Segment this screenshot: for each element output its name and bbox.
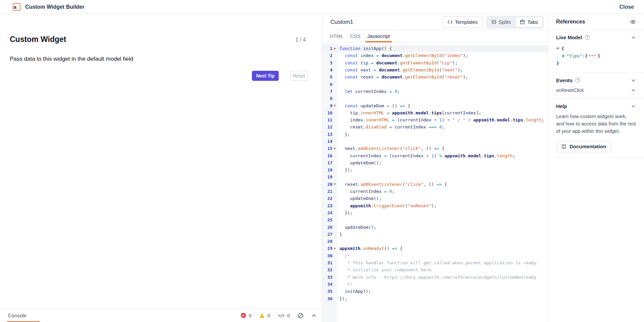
code-line[interactable]: 25 (322, 216, 548, 223)
code-line[interactable]: 23 appsmith.triggerEvent("onReset"); (322, 202, 548, 209)
events-collapse-button[interactable] (631, 78, 636, 83)
live-model-section: Live Model ? { "tips" : (548, 30, 644, 73)
code-text: }); (337, 210, 353, 215)
error-count: 0 (249, 313, 252, 318)
tab-css[interactable]: CSS (347, 33, 364, 42)
code-text: updateDom(); (337, 225, 376, 230)
code-line[interactable]: 31 * This handler function will get call… (322, 259, 548, 266)
code-line[interactable]: 34 */ (322, 281, 548, 288)
line-number: 29 (322, 246, 332, 251)
code-line[interactable]: 18 }); (322, 166, 548, 173)
code-text: }); (337, 167, 353, 172)
error-count-filter[interactable] (241, 313, 246, 318)
code-line[interactable]: 5 const reset = document.getElementById(… (322, 73, 548, 80)
console-tab[interactable]: Console (8, 309, 26, 322)
code-line[interactable]: 3 const tip = document.getElementById("t… (322, 59, 548, 66)
javascript-code-editor[interactable]: 1▾function initApp() {2 const index = do… (322, 43, 548, 322)
code-line[interactable]: 35 initApp(); (322, 288, 548, 295)
logo-letter: a (14, 4, 16, 9)
code-line[interactable]: 8 (322, 95, 548, 102)
code-line[interactable]: 24 }); (322, 209, 548, 216)
fold-arrow-icon[interactable]: ▾ (332, 47, 337, 50)
code-line[interactable]: 22 updateDom(); (322, 195, 548, 202)
widget-preview-panel: Custom Widget 1 / 4 Pass data to this wi… (0, 14, 322, 322)
collapse-arrow-icon[interactable] (556, 48, 559, 50)
code-text: const index = document.getElementById("i… (337, 53, 468, 58)
code-line[interactable]: 26 updateDom(); (322, 223, 548, 230)
events-title: Events (556, 77, 573, 83)
widget-name: Custom1 (330, 19, 353, 25)
code-line[interactable]: 21 currentIndex = 0; (322, 188, 548, 195)
logs-filter[interactable]: </> (278, 313, 284, 318)
tip-text: Pass data to this widget in the default … (10, 56, 133, 62)
code-line[interactable]: 29▾appsmith.onReady(() => { (322, 245, 548, 252)
line-number: 12 (322, 124, 332, 129)
code-line[interactable]: 13 }; (322, 131, 548, 138)
line-number: 32 (322, 267, 332, 272)
live-model-help-icon[interactable]: ? (585, 35, 590, 40)
code-line[interactable]: 15▾ next.addEventListener("click", () =>… (322, 145, 548, 152)
close-button[interactable]: Close (619, 4, 634, 10)
reset-button[interactable]: Reset (290, 71, 308, 81)
help-collapse-button[interactable] (631, 104, 636, 109)
code-text: currentIndex = 0; (337, 189, 394, 194)
warning-count-filter[interactable] (259, 313, 265, 318)
code-line[interactable]: 16 currentIndex = (currentIndex + 1) % a… (322, 152, 548, 159)
fold-arrow-icon[interactable]: ▾ (332, 147, 337, 150)
events-help-icon[interactable]: ? (575, 78, 580, 83)
code-line[interactable]: 17 updateDom(); (322, 159, 548, 166)
code-line[interactable]: 27} (322, 231, 548, 238)
code-line[interactable]: 14 (322, 138, 548, 145)
expand-console-button[interactable] (311, 313, 317, 318)
layout-tabs-option[interactable]: Tabs (515, 17, 543, 28)
line-number: 3 (322, 60, 332, 65)
layout-splits-option[interactable]: Splits (487, 17, 516, 28)
code-line[interactable]: 1▾function initApp() { (322, 45, 548, 52)
tab-javascript[interactable]: Javascript (364, 33, 393, 42)
json-root-row[interactable]: { (556, 45, 636, 52)
code-line[interactable]: 19 (322, 173, 548, 180)
colon: : (582, 52, 585, 60)
error-icon (241, 313, 246, 318)
event-collapse-button[interactable] (631, 88, 636, 93)
templates-button[interactable]: Templates (443, 16, 482, 28)
next-tip-button[interactable]: Next Tip (252, 71, 279, 81)
line-number: 1 (322, 46, 332, 51)
line-number: 22 (322, 196, 332, 201)
layout-toggle: Splits Tabs (486, 16, 544, 29)
code-line[interactable]: 28 (322, 238, 548, 245)
fold-arrow-icon[interactable]: ▾ (332, 104, 337, 107)
log-count: 0 (287, 313, 290, 318)
clear-console-button[interactable] (298, 313, 304, 319)
code-line[interactable]: 11 index.innerHTML = (currentIndex + 1) … (322, 116, 548, 123)
code-line[interactable]: 2 const index = document.getElementById(… (322, 52, 548, 59)
documentation-button[interactable]: Documentation (556, 141, 611, 152)
collapsed-array-dots[interactable]: ••• (588, 52, 597, 60)
fold-arrow-icon[interactable]: ▾ (332, 247, 337, 250)
console-bar: Console 0 0 </> 0 (0, 309, 322, 322)
code-line[interactable]: 12 reset.disabled = currentIndex === 0; (322, 123, 548, 130)
toggle-references-button[interactable] (630, 19, 636, 25)
chevron-down-icon (631, 78, 636, 83)
code-text: function initApp() { (337, 46, 392, 51)
ban-icon (298, 313, 304, 319)
tab-html[interactable]: HTML (326, 33, 347, 42)
code-line[interactable]: 10 tip.innerHTML = appsmith.model.tips[c… (322, 109, 548, 116)
expand-arrow-icon[interactable] (562, 54, 565, 58)
code-line[interactable]: 32 * Initialize your component here (322, 266, 548, 273)
code-line[interactable]: 9▾ const updateDom = () => { (322, 102, 548, 109)
live-model-collapse-button[interactable] (631, 35, 636, 40)
code-line[interactable]: 4 const next = document.getElementById("… (322, 66, 548, 73)
code-line[interactable]: 6 (322, 80, 548, 88)
event-item-onresetclick[interactable]: onResetClick (556, 88, 636, 93)
code-line[interactable]: 33 * more info - https://docs.appsmith.c… (322, 274, 548, 281)
book-icon (561, 144, 567, 149)
code-line[interactable]: 20▾ reset.addEventListener("click", () =… (322, 181, 548, 188)
templates-label: Templates (455, 19, 478, 25)
fold-arrow-icon[interactable]: ▾ (332, 182, 337, 186)
code-text: */ (337, 282, 353, 287)
json-tips-row[interactable]: "tips" : [ ••• ] (562, 52, 636, 60)
code-line[interactable]: 30 /* (322, 252, 548, 259)
code-line[interactable]: 36}); (322, 295, 548, 302)
code-line[interactable]: 7 let currentIndex = 0; (322, 88, 548, 95)
